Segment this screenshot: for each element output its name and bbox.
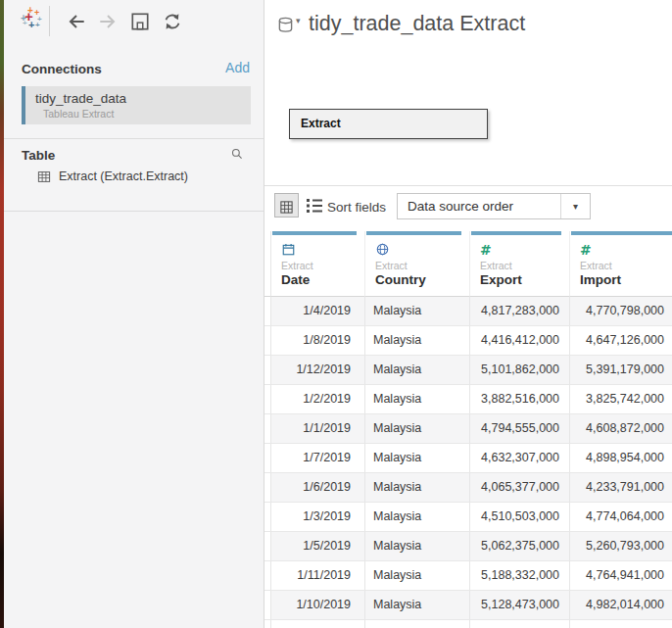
row-gutter <box>264 444 271 473</box>
grid-view-button[interactable] <box>274 193 299 217</box>
row-gutter <box>264 414 271 444</box>
row-gutter <box>264 473 271 503</box>
grid-cell[interactable]: 5,260,793,000 <box>570 532 672 561</box>
column-field-name: Export <box>480 272 522 287</box>
save-button[interactable] <box>129 11 151 32</box>
grid-cell[interactable]: Malaysia <box>365 385 470 414</box>
table-list-item-extract[interactable]: Extract (Extract.Extract) <box>36 168 252 185</box>
grid-cell[interactable]: 5,188,332,000 <box>470 561 570 591</box>
grid-cell[interactable]: 4,510,503,000 <box>470 503 570 532</box>
dimension-color-bar <box>471 231 561 235</box>
grid-cell[interactable]: 4,608,872,000 <box>570 414 672 444</box>
grid-cell[interactable]: Malaysia <box>365 473 470 503</box>
column-field-name: Country <box>375 272 426 287</box>
row-gutter <box>264 326 271 356</box>
grid-cell[interactable]: 1/2/2019 <box>271 385 365 414</box>
row-gutter <box>264 532 271 561</box>
grid-cell[interactable]: 1/3/2019 <box>271 503 365 532</box>
grid-cell[interactable]: 4,632,307,000 <box>470 444 570 473</box>
grid-cell[interactable]: Malaysia <box>365 356 470 385</box>
row-gutter <box>264 385 271 414</box>
dropdown-caret-button[interactable]: ▾ <box>560 194 590 218</box>
grid-cell[interactable]: 4,817,283,000 <box>470 297 570 326</box>
refresh-button[interactable] <box>162 11 183 32</box>
row-gutter <box>264 356 271 385</box>
grid-cell[interactable]: 4,770,798,000 <box>570 297 672 326</box>
add-connection-link[interactable]: Add <box>225 60 250 75</box>
grid-cell[interactable]: 5,062,375,000 <box>470 532 570 561</box>
grid-cell[interactable]: 1/12/2019 <box>271 356 365 385</box>
grid-cell[interactable]: Malaysia <box>365 532 470 561</box>
caret-down-icon[interactable]: ▾ <box>296 16 301 25</box>
grid-cell[interactable]: 4,898,954,000 <box>570 444 672 473</box>
column-header-import[interactable]: # Extract Import <box>570 231 672 297</box>
grid-cell[interactable]: 4,647,126,000 <box>570 326 672 356</box>
refresh-icon <box>162 11 183 32</box>
grid-cell[interactable]: 4,982,014,000 <box>570 591 672 620</box>
forward-arrow-icon <box>97 11 119 32</box>
data-preview-grid: Extract Date Extract Country # Ex <box>264 231 672 628</box>
grid-cell[interactable]: Malaysia <box>365 297 470 326</box>
row-gutter <box>264 561 271 591</box>
column-header-country[interactable]: Extract Country <box>365 231 470 297</box>
grid-cell[interactable]: 5,128,473,000 <box>470 591 570 620</box>
column-field-name: Date <box>281 272 310 287</box>
row-gutter <box>264 503 271 532</box>
sort-order-dropdown[interactable]: Data source order ▾ <box>397 193 591 219</box>
grid-cell[interactable]: 5,101,862,000 <box>470 356 570 385</box>
grid-cell[interactable]: 1/6/2019 <box>271 473 365 503</box>
grid-cell[interactable]: 4,416,412,000 <box>470 326 570 356</box>
number-icon: # <box>580 242 596 258</box>
grid-cell[interactable]: 1/10/2019 <box>271 591 365 620</box>
grid-cell[interactable]: 3,882,516,000 <box>470 385 570 414</box>
row-gutter <box>264 297 271 326</box>
save-icon <box>129 11 151 32</box>
table-section-title: Table <box>22 148 55 163</box>
connection-type: Tableau Extract <box>43 108 114 120</box>
tableau-logo-icon[interactable]: + + + + + + + + <box>21 6 44 31</box>
grid-cell[interactable]: Malaysia <box>365 326 470 356</box>
grid-cell-partial <box>570 620 672 628</box>
grid-cell[interactable]: 1/5/2019 <box>271 532 365 561</box>
grid-cell[interactable]: 4,764,941,000 <box>570 561 672 591</box>
grid-cell[interactable]: 3,825,742,000 <box>570 385 672 414</box>
table-item-label: Extract (Extract.Extract) <box>59 169 188 183</box>
grid-cell-partial <box>271 620 365 628</box>
grid-cell[interactable]: Malaysia <box>365 503 470 532</box>
grid-cell[interactable]: 4,794,555,000 <box>470 414 570 444</box>
grid-cell[interactable]: 1/7/2019 <box>271 444 365 473</box>
dimension-color-bar <box>272 231 357 235</box>
grid-cell[interactable]: 4,065,377,000 <box>470 473 570 503</box>
connections-section-header: Connections Add <box>22 60 250 77</box>
list-view-button[interactable] <box>305 197 324 215</box>
undo-button[interactable] <box>66 11 87 32</box>
database-icon[interactable] <box>276 15 295 35</box>
grid-cell-partial <box>470 620 570 628</box>
calendar-icon <box>281 242 297 258</box>
datasource-title[interactable]: tidy_trade_data Extract <box>309 12 525 36</box>
column-header-export[interactable]: # Extract Export <box>470 231 570 297</box>
panel-divider <box>4 211 264 212</box>
grid-cell[interactable]: 1/4/2019 <box>271 297 365 326</box>
grid-cell[interactable]: 1/8/2019 <box>271 326 365 356</box>
connections-title: Connections <box>22 62 102 76</box>
grid-cell[interactable]: Malaysia <box>365 561 470 591</box>
grid-cell[interactable]: 4,774,064,000 <box>570 503 672 532</box>
search-icon[interactable] <box>230 147 244 161</box>
grid-cell[interactable]: Malaysia <box>365 444 470 473</box>
column-source: Extract <box>281 260 313 271</box>
connection-item[interactable]: tidy_trade_data Tableau Extract <box>22 86 251 124</box>
grid-cell[interactable]: Malaysia <box>365 591 470 620</box>
grid-cell[interactable]: 5,391,179,000 <box>570 356 672 385</box>
redo-button[interactable] <box>97 11 119 32</box>
tableau-datasource-window: + + + + + + + + <box>0 0 672 628</box>
connection-name: tidy_trade_data <box>35 91 126 106</box>
grid-cell[interactable]: Malaysia <box>365 414 470 444</box>
panel-divider <box>4 138 264 139</box>
table-section-header: Table <box>22 146 250 162</box>
grid-cell[interactable]: 4,233,791,000 <box>570 473 672 503</box>
column-header-date[interactable]: Extract Date <box>271 231 365 297</box>
canvas-table-extract[interactable]: Extract <box>289 109 488 139</box>
grid-cell[interactable]: 1/1/2019 <box>271 414 365 444</box>
grid-cell[interactable]: 1/11/2019 <box>271 561 365 591</box>
